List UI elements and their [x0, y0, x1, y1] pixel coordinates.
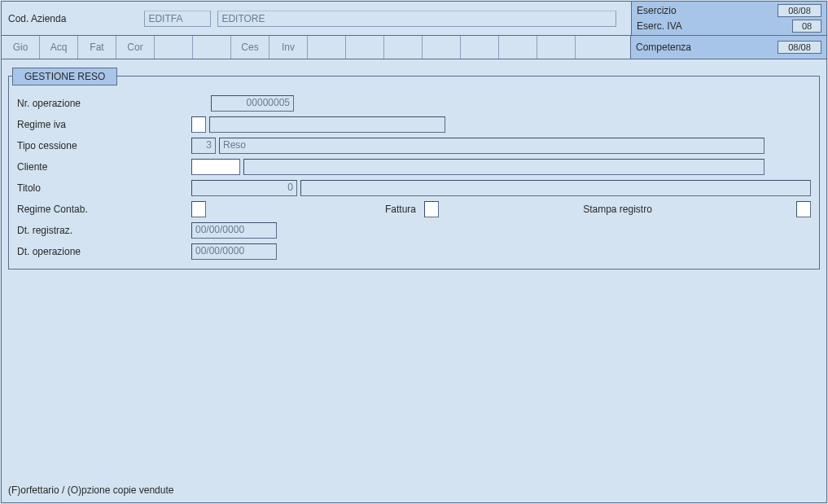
fattura-label: Fattura [209, 204, 421, 215]
cod-azienda-code: EDITFA [144, 11, 211, 27]
form-panel: GESTIONE RESO Nr. operazione 00000005 Re… [8, 76, 820, 270]
cliente-code[interactable] [191, 159, 240, 175]
tab-empty-15[interactable] [537, 36, 576, 59]
esercizio-value: 08/08 [778, 4, 821, 17]
regime-iva-code[interactable] [191, 116, 206, 133]
cliente-desc [243, 159, 764, 175]
tab-empty-13[interactable] [461, 36, 499, 59]
regime-contab-code[interactable] [191, 201, 206, 217]
fattura-code[interactable] [424, 201, 439, 217]
dt-operazione-field[interactable]: 00/00/0000 [191, 243, 277, 260]
tabs-row: Gio Acq Fat Cor Ces Inv Competenza 08/08 [2, 36, 826, 59]
competenza-value: 08/08 [778, 41, 821, 54]
tab-empty-6[interactable] [193, 36, 231, 59]
tipo-cessione-label: Tipo cessione [17, 140, 188, 151]
tipo-cessione-desc: Reso [219, 138, 764, 154]
tab-empty-14[interactable] [499, 36, 537, 59]
tab-acq[interactable]: Acq [40, 36, 78, 59]
regime-iva-label: Regime iva [17, 119, 188, 130]
eserc-iva-label: Eserc. IVA [637, 20, 682, 32]
titolo-desc [300, 180, 811, 196]
tab-empty-9[interactable] [308, 36, 346, 59]
tab-empty-11[interactable] [384, 36, 423, 59]
tab-inv[interactable]: Inv [269, 36, 308, 59]
eserc-iva-value: 08 [792, 20, 821, 33]
regime-contab-label: Regime Contab. [17, 204, 188, 215]
dt-operazione-label: Dt. operazione [17, 246, 188, 257]
nr-operazione-label: Nr. operazione [17, 98, 188, 109]
tab-empty-5[interactable] [155, 36, 193, 59]
nr-operazione-field: 00000005 [211, 95, 294, 112]
dt-registraz-label: Dt. registraz. [17, 225, 188, 236]
competenza-label: Competenza [636, 42, 691, 53]
tab-fat[interactable]: Fat [78, 36, 116, 59]
tipo-cessione-code: 3 [191, 138, 216, 154]
tab-empty-10[interactable] [346, 36, 384, 59]
header-row: Cod. Azienda EDITFA EDITORE Esercizio 08… [2, 2, 826, 36]
tab-ces[interactable]: Ces [231, 36, 269, 59]
stampa-registro-label: Stampa registro [442, 204, 793, 215]
esercizio-label: Esercizio [637, 5, 677, 16]
tab-empty-12[interactable] [423, 36, 461, 59]
cod-azienda-desc: EDITORE [217, 11, 616, 27]
tab-gio[interactable]: Gio [2, 36, 40, 59]
titolo-label: Titolo [17, 182, 188, 194]
regime-iva-desc [209, 116, 445, 133]
panel-title: GESTIONE RESO [12, 68, 117, 85]
cod-azienda-label: Cod. Azienda [8, 13, 66, 24]
titolo-code[interactable]: 0 [191, 180, 297, 196]
tab-empty-16[interactable] [576, 36, 630, 59]
stampa-registro-code[interactable] [796, 201, 811, 217]
dt-registraz-field[interactable]: 00/00/0000 [191, 222, 277, 239]
cliente-label: Cliente [17, 161, 188, 173]
tab-cor[interactable]: Cor [116, 36, 155, 59]
esercizio-panel: Esercizio 08/08 Eserc. IVA 08 [631, 2, 826, 35]
status-hint: (F)orfettario / (O)pzione copie vendute [8, 484, 173, 496]
